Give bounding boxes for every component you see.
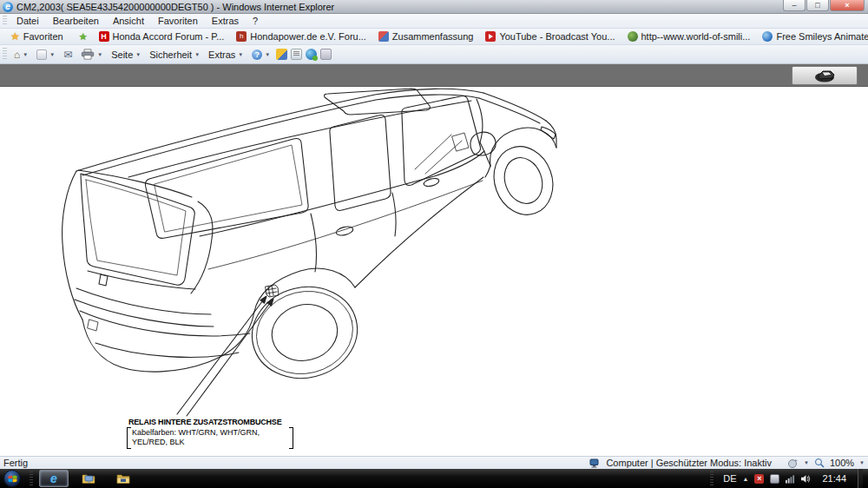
status-bar: Fertig Computer | Geschützter Modus: Ina… bbox=[0, 456, 868, 469]
blog-extension-icon[interactable] bbox=[291, 49, 302, 60]
chevron-down-icon: ▼ bbox=[238, 52, 243, 57]
menu-item-favoriten[interactable]: Favoriten bbox=[151, 15, 205, 27]
read-mail-button[interactable]: ✉ bbox=[59, 48, 76, 62]
favorites-bar: ★ Favoriten ★ H Honda Accord Forum - P..… bbox=[0, 29, 868, 45]
taskbar-app-button[interactable] bbox=[74, 470, 103, 487]
favorite-label: Honda Accord Forum - P... bbox=[113, 31, 225, 42]
favorites-button[interactable]: ★ Favoriten bbox=[5, 30, 69, 43]
smileys-globe-favicon bbox=[762, 31, 773, 42]
action-center-alert-icon[interactable]: × bbox=[754, 474, 764, 484]
menu-item-extras[interactable]: Extras bbox=[205, 15, 246, 27]
menu-item-hilfe[interactable]: ? bbox=[246, 15, 265, 27]
folder-icon bbox=[116, 472, 130, 485]
favorite-item-honda-accord-forum[interactable]: H Honda Accord Forum - P... bbox=[93, 30, 231, 43]
clipper-extension-icon[interactable] bbox=[320, 49, 332, 60]
close-button[interactable]: × bbox=[830, 0, 865, 11]
page-menu-button[interactable]: Seite ▼ bbox=[107, 48, 145, 62]
safety-menu-button[interactable]: Sicherheit ▼ bbox=[145, 48, 204, 62]
taskbar-explorer-button[interactable] bbox=[108, 470, 138, 487]
favorite-label: Hondapower.de e.V. Foru... bbox=[250, 31, 366, 42]
favorite-label: Free Smileys Animated E... bbox=[776, 31, 868, 42]
speaker-icon[interactable] bbox=[801, 474, 811, 484]
command-bar: ⌂ ▼ ▼ ✉ ▼ Seite ▼ Sicherheit ▼ Extras bbox=[0, 45, 868, 64]
chevron-down-icon[interactable]: ▼ bbox=[804, 460, 809, 465]
page-header-bar bbox=[0, 64, 868, 87]
favorites-star-icon: ★ bbox=[10, 31, 20, 42]
menu-bar: Datei Bearbeiten Ansicht Favoriten Extra… bbox=[0, 14, 868, 29]
menu-item-datei[interactable]: Datei bbox=[10, 15, 46, 27]
show-desktop-button[interactable] bbox=[858, 469, 863, 488]
minimize-button[interactable]: – bbox=[783, 0, 806, 11]
help-button[interactable]: ? ▼ bbox=[247, 48, 274, 62]
favorite-label: Zusammenfassung bbox=[392, 31, 474, 42]
tools-menu-label: Extras bbox=[208, 49, 235, 60]
diagram-label-line1: Kabelfarben: WHT/GRN, WHT/GRN, bbox=[132, 428, 286, 438]
feeds-button[interactable]: ▼ bbox=[32, 48, 59, 62]
messenger-extension-icon[interactable] bbox=[306, 49, 317, 60]
add-favorite-star-icon: ★ bbox=[79, 31, 88, 42]
page-print-button[interactable] bbox=[792, 66, 858, 85]
document-area: RELAIS HINTERE ZUSATZSTROMBUCHSE Kabelfa… bbox=[0, 87, 868, 456]
diagram-label-line2: YEL/RED, BLK bbox=[132, 438, 286, 447]
favorite-item-free-smileys[interactable]: Free Smileys Animated E... bbox=[756, 30, 868, 43]
rss-feed-icon bbox=[36, 49, 47, 60]
chevron-down-icon[interactable]: ▼ bbox=[859, 460, 865, 465]
home-icon: ⌂ bbox=[14, 49, 20, 60]
pin-extension-icon[interactable] bbox=[276, 49, 287, 60]
toolbar-grip[interactable] bbox=[3, 16, 7, 25]
printer-icon bbox=[812, 68, 838, 83]
add-to-favorites-bar-button[interactable]: ★ bbox=[74, 30, 93, 43]
chevron-down-icon: ▼ bbox=[97, 52, 102, 57]
home-button[interactable]: ⌂ ▼ bbox=[10, 48, 32, 62]
favorite-item-hondapower[interactable]: h Hondapower.de e.V. Foru... bbox=[230, 30, 372, 43]
diagram-label-box: Kabelfarben: WHT/GRN, WHT/GRN, YEL/RED, … bbox=[127, 427, 293, 449]
chevron-down-icon: ▼ bbox=[23, 52, 28, 57]
zoom-level[interactable]: 100% bbox=[830, 458, 854, 468]
print-button[interactable]: ▼ bbox=[76, 47, 107, 62]
window-title: CM2,2003( SEA5E43J54200000000DEGT50 ) - … bbox=[16, 2, 334, 12]
ie-icon: e bbox=[50, 472, 57, 485]
taskbar-ie-button[interactable]: e bbox=[39, 470, 69, 487]
hondapower-favicon: h bbox=[236, 31, 247, 42]
windows-logo-icon bbox=[8, 474, 17, 484]
menu-item-bearbeiten[interactable]: Bearbeiten bbox=[46, 15, 106, 27]
toolbar-grip[interactable] bbox=[3, 48, 7, 61]
favorite-item-zusammenfassung[interactable]: Zusammenfassung bbox=[372, 30, 480, 43]
taskbar-grip bbox=[30, 472, 33, 485]
youtube-favicon bbox=[485, 31, 496, 42]
tray-grip bbox=[710, 472, 713, 485]
computer-icon bbox=[589, 458, 601, 468]
page-menu-label: Seite bbox=[111, 49, 133, 60]
show-hidden-icons-button[interactable]: ▲ bbox=[743, 476, 749, 482]
menu-item-ansicht[interactable]: Ansicht bbox=[106, 15, 151, 27]
favorite-item-youtube[interactable]: YouTube - Broadcast You... bbox=[479, 30, 621, 43]
relay-marker bbox=[266, 285, 279, 297]
taskbar: e DE ▲ × bbox=[0, 469, 868, 488]
mail-icon: ✉ bbox=[63, 49, 72, 60]
taskbar-clock[interactable]: 21:44 bbox=[817, 473, 852, 484]
page-content: RELAIS HINTERE ZUSATZSTROMBUCHSE Kabelfa… bbox=[0, 64, 868, 456]
zoom-magnifier-icon[interactable] bbox=[814, 458, 825, 468]
favorite-item-world-of-smilies[interactable]: http--www.world-of-smili... bbox=[621, 30, 757, 43]
zone-shield-icon[interactable] bbox=[788, 458, 799, 468]
program-icon bbox=[82, 472, 95, 485]
car-line-art bbox=[62, 89, 562, 389]
world-globe-favicon bbox=[628, 31, 638, 42]
chevron-down-icon: ▼ bbox=[265, 52, 270, 57]
tray-device-icon[interactable] bbox=[770, 474, 779, 484]
network-signal-icon[interactable] bbox=[786, 474, 795, 484]
language-indicator[interactable]: DE bbox=[723, 473, 736, 484]
zone-text: Computer | Geschützter Modus: Inaktiv bbox=[606, 458, 772, 468]
right-bracket bbox=[289, 427, 293, 449]
maximize-button[interactable]: □ bbox=[806, 0, 829, 11]
help-icon: ? bbox=[252, 49, 262, 60]
chevron-down-icon: ▼ bbox=[194, 52, 200, 57]
start-button[interactable] bbox=[3, 470, 21, 487]
ie-logo-icon: e bbox=[3, 2, 13, 12]
tools-menu-button[interactable]: Extras ▼ bbox=[204, 48, 247, 62]
favorites-button-label: Favoriten bbox=[23, 31, 63, 42]
browser-window: e CM2,2003( SEA5E43J54200000000DEGT50 ) … bbox=[0, 0, 868, 488]
diagram-label: RELAIS HINTERE ZUSATZSTROMBUCHSE Kabelfa… bbox=[127, 418, 293, 449]
car-diagram bbox=[0, 87, 868, 456]
system-tray: DE ▲ × 21:44 bbox=[707, 469, 868, 488]
